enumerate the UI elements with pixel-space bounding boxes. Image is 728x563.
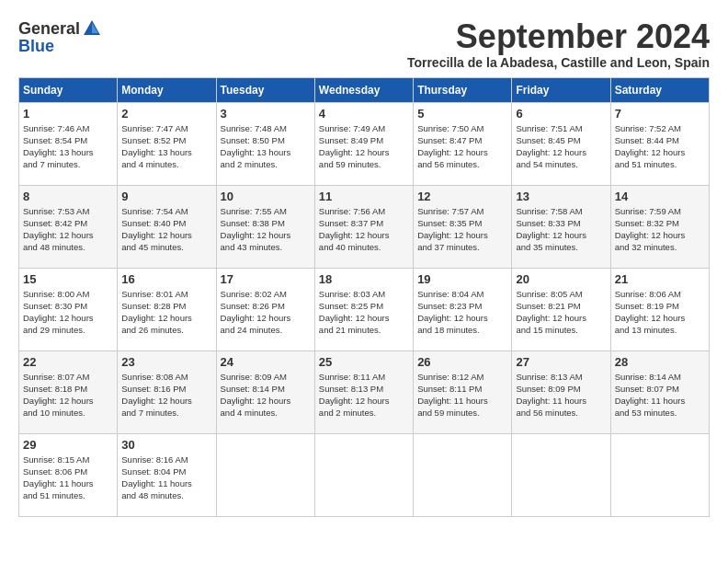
day-info: Sunrise: 8:04 AM Sunset: 8:23 PM Dayligh…	[417, 288, 507, 337]
weekday-header-friday: Friday	[512, 77, 610, 102]
day-info: Sunrise: 8:02 AM Sunset: 8:26 PM Dayligh…	[221, 288, 311, 337]
day-info: Sunrise: 7:58 AM Sunset: 8:33 PM Dayligh…	[516, 205, 606, 254]
calendar-table: SundayMondayTuesdayWednesdayThursdayFrid…	[18, 77, 710, 517]
day-info: Sunrise: 8:12 AM Sunset: 8:11 PM Dayligh…	[417, 371, 507, 419]
day-number: 13	[516, 190, 606, 203]
day-info: Sunrise: 8:00 AM Sunset: 8:30 PM Dayligh…	[23, 288, 113, 337]
day-number: 12	[417, 190, 507, 203]
calendar-cell	[610, 433, 709, 516]
day-number: 19	[417, 272, 507, 286]
calendar-cell: 6Sunrise: 7:51 AM Sunset: 8:45 PM Daylig…	[512, 102, 610, 185]
day-number: 5	[417, 107, 507, 121]
day-info: Sunrise: 8:03 AM Sunset: 8:25 PM Dayligh…	[319, 288, 409, 337]
calendar-cell: 24Sunrise: 8:09 AM Sunset: 8:14 PM Dayli…	[216, 350, 314, 433]
day-number: 18	[319, 272, 409, 286]
logo-blue: Blue	[18, 37, 54, 56]
logo: General Blue	[18, 18, 102, 56]
calendar-week-5: 29Sunrise: 8:15 AM Sunset: 8:06 PM Dayli…	[19, 433, 710, 516]
calendar-cell: 7Sunrise: 7:52 AM Sunset: 8:44 PM Daylig…	[610, 102, 709, 185]
calendar-cell: 13Sunrise: 7:58 AM Sunset: 8:33 PM Dayli…	[512, 185, 610, 268]
day-number: 4	[319, 107, 409, 121]
day-info: Sunrise: 7:51 AM Sunset: 8:45 PM Dayligh…	[516, 122, 606, 171]
day-number: 6	[516, 107, 606, 121]
calendar-cell: 15Sunrise: 8:00 AM Sunset: 8:30 PM Dayli…	[19, 268, 118, 350]
day-info: Sunrise: 7:50 AM Sunset: 8:47 PM Dayligh…	[417, 122, 507, 171]
day-info: Sunrise: 8:09 AM Sunset: 8:14 PM Dayligh…	[221, 371, 311, 419]
calendar-cell: 25Sunrise: 8:11 AM Sunset: 8:13 PM Dayli…	[314, 350, 413, 433]
day-number: 27	[516, 355, 606, 369]
calendar-cell: 14Sunrise: 7:59 AM Sunset: 8:32 PM Dayli…	[610, 185, 709, 268]
month-title: September 2024	[407, 18, 710, 55]
title-section: September 2024 Torrecilla de la Abadesa,…	[407, 18, 710, 70]
day-info: Sunrise: 7:49 AM Sunset: 8:49 PM Dayligh…	[319, 122, 409, 171]
calendar-cell: 17Sunrise: 8:02 AM Sunset: 8:26 PM Dayli…	[216, 268, 314, 350]
weekday-header-tuesday: Tuesday	[216, 77, 314, 102]
day-info: Sunrise: 8:14 AM Sunset: 8:07 PM Dayligh…	[615, 371, 705, 419]
logo-general: General	[18, 19, 80, 39]
weekday-header-wednesday: Wednesday	[314, 77, 413, 102]
day-number: 1	[23, 107, 113, 121]
calendar-cell: 29Sunrise: 8:15 AM Sunset: 8:06 PM Dayli…	[19, 433, 118, 516]
header: General Blue September 2024 Torrecilla d…	[18, 18, 710, 70]
day-info: Sunrise: 7:55 AM Sunset: 8:38 PM Dayligh…	[221, 205, 311, 254]
day-number: 11	[319, 190, 409, 203]
calendar-week-3: 15Sunrise: 8:00 AM Sunset: 8:30 PM Dayli…	[19, 268, 710, 350]
calendar-cell	[216, 433, 314, 516]
calendar-header-row: SundayMondayTuesdayWednesdayThursdayFrid…	[19, 77, 710, 102]
calendar-cell	[414, 433, 512, 516]
calendar-cell: 16Sunrise: 8:01 AM Sunset: 8:28 PM Dayli…	[118, 268, 216, 350]
calendar-week-4: 22Sunrise: 8:07 AM Sunset: 8:18 PM Dayli…	[19, 350, 710, 433]
day-number: 9	[121, 190, 211, 203]
weekday-header-thursday: Thursday	[414, 77, 512, 102]
day-info: Sunrise: 8:08 AM Sunset: 8:16 PM Dayligh…	[121, 371, 211, 419]
calendar-cell: 23Sunrise: 8:08 AM Sunset: 8:16 PM Dayli…	[118, 350, 216, 433]
day-number: 10	[221, 190, 311, 203]
day-number: 2	[121, 107, 211, 121]
day-info: Sunrise: 8:16 AM Sunset: 8:04 PM Dayligh…	[121, 454, 211, 502]
day-number: 28	[615, 355, 705, 369]
day-number: 26	[417, 355, 507, 369]
calendar-week-1: 1Sunrise: 7:46 AM Sunset: 8:54 PM Daylig…	[19, 102, 710, 185]
calendar-cell: 11Sunrise: 7:56 AM Sunset: 8:37 PM Dayli…	[314, 185, 413, 268]
day-info: Sunrise: 7:48 AM Sunset: 8:50 PM Dayligh…	[221, 122, 311, 171]
day-number: 14	[615, 190, 705, 203]
day-info: Sunrise: 7:46 AM Sunset: 8:54 PM Dayligh…	[23, 122, 113, 171]
day-number: 3	[221, 107, 311, 121]
calendar-cell: 20Sunrise: 8:05 AM Sunset: 8:21 PM Dayli…	[512, 268, 610, 350]
day-number: 15	[23, 272, 113, 286]
logo-icon	[82, 18, 102, 39]
day-info: Sunrise: 7:57 AM Sunset: 8:35 PM Dayligh…	[417, 205, 507, 254]
calendar-cell: 26Sunrise: 8:12 AM Sunset: 8:11 PM Dayli…	[414, 350, 512, 433]
day-number: 8	[23, 190, 113, 203]
day-number: 29	[23, 438, 113, 452]
calendar-cell: 2Sunrise: 7:47 AM Sunset: 8:52 PM Daylig…	[118, 102, 216, 185]
weekday-header-saturday: Saturday	[610, 77, 709, 102]
day-info: Sunrise: 7:52 AM Sunset: 8:44 PM Dayligh…	[615, 122, 705, 171]
calendar-cell	[314, 433, 413, 516]
calendar-cell: 19Sunrise: 8:04 AM Sunset: 8:23 PM Dayli…	[414, 268, 512, 350]
calendar-cell: 3Sunrise: 7:48 AM Sunset: 8:50 PM Daylig…	[216, 102, 314, 185]
day-info: Sunrise: 8:11 AM Sunset: 8:13 PM Dayligh…	[319, 371, 409, 419]
calendar-cell: 8Sunrise: 7:53 AM Sunset: 8:42 PM Daylig…	[19, 185, 118, 268]
day-info: Sunrise: 8:05 AM Sunset: 8:21 PM Dayligh…	[516, 288, 606, 337]
calendar-cell: 5Sunrise: 7:50 AM Sunset: 8:47 PM Daylig…	[414, 102, 512, 185]
day-info: Sunrise: 7:47 AM Sunset: 8:52 PM Dayligh…	[121, 122, 211, 171]
calendar-cell: 30Sunrise: 8:16 AM Sunset: 8:04 PM Dayli…	[118, 433, 216, 516]
day-info: Sunrise: 8:13 AM Sunset: 8:09 PM Dayligh…	[516, 371, 606, 419]
calendar-cell: 1Sunrise: 7:46 AM Sunset: 8:54 PM Daylig…	[19, 102, 118, 185]
day-number: 23	[121, 355, 211, 369]
day-number: 21	[615, 272, 705, 286]
day-info: Sunrise: 8:15 AM Sunset: 8:06 PM Dayligh…	[23, 454, 113, 502]
calendar-cell: 18Sunrise: 8:03 AM Sunset: 8:25 PM Dayli…	[314, 268, 413, 350]
calendar-cell: 10Sunrise: 7:55 AM Sunset: 8:38 PM Dayli…	[216, 185, 314, 268]
day-info: Sunrise: 8:06 AM Sunset: 8:19 PM Dayligh…	[615, 288, 705, 337]
day-number: 7	[615, 107, 705, 121]
day-number: 17	[221, 272, 311, 286]
day-number: 22	[23, 355, 113, 369]
weekday-header-monday: Monday	[118, 77, 216, 102]
calendar-week-2: 8Sunrise: 7:53 AM Sunset: 8:42 PM Daylig…	[19, 185, 710, 268]
calendar-cell	[512, 433, 610, 516]
day-info: Sunrise: 8:07 AM Sunset: 8:18 PM Dayligh…	[23, 371, 113, 419]
day-info: Sunrise: 7:59 AM Sunset: 8:32 PM Dayligh…	[615, 205, 705, 254]
weekday-header-sunday: Sunday	[19, 77, 118, 102]
